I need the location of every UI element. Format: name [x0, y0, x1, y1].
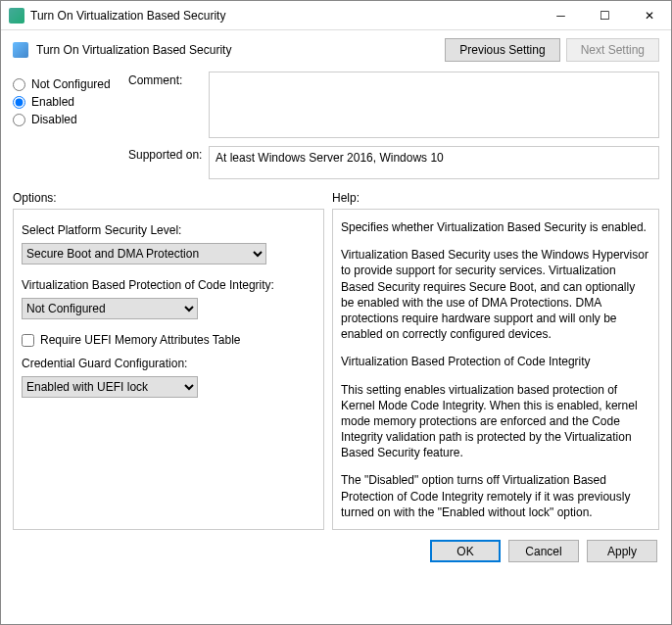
state-radios: Not Configured Enabled Disabled — [13, 72, 128, 138]
panes: Select Platform Security Level: Secure B… — [1, 209, 671, 530]
radio-enabled[interactable]: Enabled — [13, 95, 128, 109]
comment-label: Comment: — [128, 72, 209, 138]
config-row: Not Configured Enabled Disabled Comment: — [1, 70, 671, 140]
supported-text: At least Windows Server 2016, Windows 10 — [209, 146, 659, 179]
vbpci-select[interactable]: Not Configured — [22, 298, 198, 319]
options-label: Options: — [13, 191, 332, 205]
credential-guard-select[interactable]: Enabled with UEFI lock — [22, 376, 198, 398]
minimize-button[interactable]: ─ — [539, 1, 583, 29]
help-text: Virtualization Based Security uses the W… — [341, 247, 650, 342]
apply-button[interactable]: Apply — [587, 540, 657, 562]
platform-security-label: Select Platform Security Level: — [22, 223, 315, 237]
uefi-checkbox[interactable]: Require UEFI Memory Attributes Table — [22, 333, 315, 347]
title-bar: Turn On Virtualization Based Security ─ … — [1, 1, 671, 30]
header: Turn On Virtualization Based Security Pr… — [1, 30, 671, 70]
window-title: Turn On Virtualization Based Security — [30, 9, 539, 23]
radio-disabled[interactable]: Disabled — [13, 113, 128, 126]
help-text: Virtualization Based Protection of Code … — [341, 354, 650, 369]
policy-icon — [13, 42, 28, 58]
app-icon — [9, 8, 24, 24]
help-text: This setting enables virtualization base… — [341, 382, 650, 461]
supported-row: Supported on: At least Windows Server 20… — [1, 144, 671, 181]
supported-label: Supported on: — [128, 146, 209, 179]
previous-setting-button[interactable]: Previous Setting — [445, 38, 559, 62]
comment-textarea[interactable] — [209, 72, 659, 138]
help-text: The "Disabled" option turns off Virtuali… — [341, 472, 650, 520]
next-setting-button[interactable]: Next Setting — [566, 38, 659, 62]
close-button[interactable]: ✕ — [627, 1, 671, 29]
vbpci-label: Virtualization Based Protection of Code … — [22, 278, 315, 292]
options-pane: Select Platform Security Level: Secure B… — [13, 209, 324, 530]
policy-title: Turn On Virtualization Based Security — [36, 43, 439, 57]
section-labels: Options: Help: — [1, 181, 671, 209]
footer: OK Cancel Apply — [1, 530, 671, 572]
credential-guard-label: Credential Guard Configuration: — [22, 357, 315, 370]
cancel-button[interactable]: Cancel — [508, 540, 579, 562]
help-label: Help: — [332, 191, 360, 205]
help-pane: Specifies whether Virtualization Based S… — [332, 209, 659, 530]
help-text: Specifies whether Virtualization Based S… — [341, 219, 650, 235]
ok-button[interactable]: OK — [430, 540, 501, 562]
platform-security-select[interactable]: Secure Boot and DMA Protection — [22, 243, 266, 264]
radio-not-configured[interactable]: Not Configured — [13, 77, 128, 91]
maximize-button[interactable]: ☐ — [583, 1, 627, 29]
